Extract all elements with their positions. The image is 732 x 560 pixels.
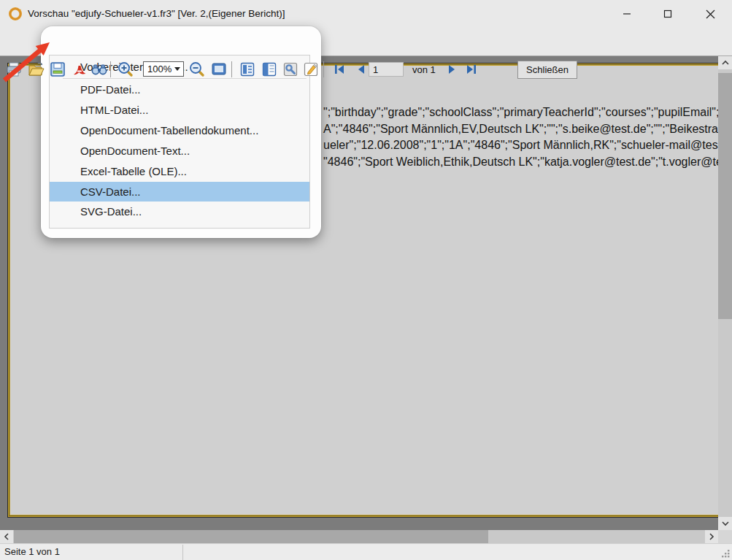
menu-item-csv[interactable]: CSV-Datei... [50, 182, 309, 202]
prev-page-icon [355, 63, 368, 76]
open-folder-icon [27, 61, 45, 78]
minimize-button[interactable] [610, 0, 644, 28]
zoom-in-icon [117, 61, 134, 78]
chevron-left-icon [4, 533, 9, 540]
zoom-level-value: 100% [144, 64, 174, 74]
scrollbar-corner [718, 530, 732, 543]
toolbar-separator [110, 61, 111, 77]
csv-text-line: A";"4846";"Sport Männlich,EV,Deutsch LK"… [323, 123, 718, 136]
next-page-button[interactable] [442, 60, 461, 79]
chevron-right-icon [709, 533, 714, 540]
chevron-down-icon [722, 521, 729, 526]
menu-item-ods[interactable]: OpenDocument-Tabellendokument... [50, 120, 309, 141]
zoom-in-button[interactable] [116, 60, 135, 79]
scroll-left-button[interactable] [0, 530, 13, 543]
toolbar-separator [323, 61, 324, 77]
menu-item-odt[interactable]: OpenDocument-Text... [50, 141, 309, 161]
close-window-button[interactable] [693, 0, 727, 28]
menu-item-svg[interactable]: SVG-Datei... [50, 202, 309, 222]
page-number-input[interactable] [369, 62, 404, 77]
export-menu: Vorbereiteter Report... PDF-Datei... HTM… [49, 55, 310, 229]
maximize-button[interactable] [651, 0, 685, 28]
save-icon [49, 61, 66, 78]
window-title: Vorschau "edjufy-Schueler-v1.fr3" [Ver. … [28, 0, 285, 28]
chevron-up-icon [722, 60, 729, 66]
outline-panel-button[interactable] [260, 60, 279, 79]
first-page-button[interactable] [330, 60, 349, 79]
preview-window: Vorschau "edjufy-Schueler-v1.fr3" [Ver. … [0, 0, 732, 560]
edit-pencil-icon [302, 61, 320, 78]
save-export-button[interactable] [48, 60, 67, 79]
first-page-icon [333, 63, 346, 76]
menu-item-html[interactable]: HTML-Datei... [50, 100, 309, 120]
close-icon [706, 9, 715, 19]
csv-text-line: ";"birthday";"grade";"schoolClass";"prim… [323, 106, 718, 119]
open-report-button[interactable] [26, 60, 45, 79]
export-pdf-button[interactable] [70, 60, 89, 79]
status-bar: Seite 1 von 1 [0, 543, 732, 560]
zoom-level-combo[interactable]: 100% [143, 61, 184, 77]
page-settings-icon [239, 61, 256, 78]
app-logo-icon [8, 7, 23, 21]
status-separator [182, 545, 183, 560]
title-bar: Vorschau "edjufy-Schueler-v1.fr3" [Ver. … [0, 0, 732, 28]
next-page-icon [445, 63, 458, 76]
whole-page-button[interactable] [209, 60, 228, 79]
horizontal-scrollbar[interactable] [0, 530, 718, 543]
csv-text-line: ueler";"12.06.2008";"1";"1A";"4846";"Spo… [323, 139, 718, 152]
scroll-up-button[interactable] [718, 56, 732, 69]
menu-item-pdf[interactable]: PDF-Datei... [50, 80, 309, 100]
toolbar-separator [231, 61, 232, 77]
toolbar: 100% [0, 28, 732, 56]
print-icon [5, 61, 23, 78]
scroll-down-button[interactable] [718, 517, 732, 530]
find-button[interactable] [90, 60, 109, 79]
last-page-button[interactable] [462, 60, 481, 79]
export-menu-popup: Vorbereiteter Report... PDF-Datei... HTM… [41, 26, 321, 238]
edit-page-button[interactable] [301, 60, 320, 79]
zoom-out-button[interactable] [188, 60, 207, 79]
zoom-out-icon [188, 61, 206, 78]
close-preview-button[interactable]: Schließen [517, 61, 577, 79]
outline-icon [261, 61, 278, 78]
scroll-right-button[interactable] [705, 530, 718, 543]
wrench-page-icon [282, 61, 299, 78]
csv-text-line: "4846";"Sport Weiblich,Ethik,Deutsch LK"… [323, 156, 718, 169]
maximize-icon [663, 9, 672, 18]
vertical-scrollbar[interactable] [718, 56, 732, 530]
print-button[interactable] [4, 60, 23, 79]
resize-grip-icon[interactable] [720, 548, 731, 559]
whole-page-icon [210, 61, 228, 78]
pdf-icon [71, 61, 88, 78]
page-setup-button[interactable] [281, 60, 300, 79]
minimize-icon [623, 9, 631, 18]
chevron-down-icon [174, 67, 180, 71]
page-settings-button[interactable] [238, 60, 257, 79]
last-page-icon [465, 63, 478, 76]
page-count-label: von 1 [412, 64, 436, 75]
menu-item-excel[interactable]: Excel-Tabelle (OLE)... [50, 161, 309, 182]
binoculars-icon [90, 61, 108, 78]
page-status-text: Seite 1 von 1 [4, 544, 60, 560]
horizontal-scroll-thumb[interactable] [14, 530, 488, 543]
vertical-scroll-thumb[interactable] [718, 73, 732, 319]
